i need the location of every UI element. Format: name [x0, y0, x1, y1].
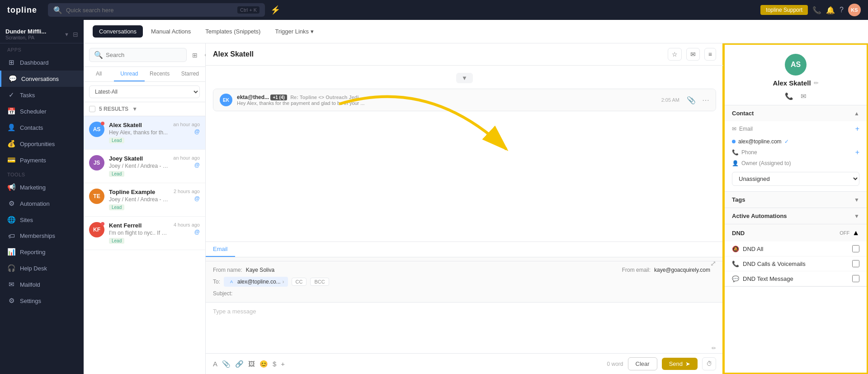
- to-expand-icon[interactable]: ›: [283, 279, 284, 285]
- tab-templates[interactable]: Templates (Snippets): [199, 25, 267, 38]
- email-field-header: ✉ Email +: [732, 125, 859, 133]
- dnd-sms-icon: 💬: [732, 275, 739, 282]
- email-more-icon[interactable]: ⋯: [702, 96, 709, 104]
- sidebar-item-scheduler[interactable]: 📅 Scheduler: [0, 103, 84, 119]
- link-button[interactable]: 🔗: [235, 360, 244, 368]
- sidebar-item-contacts[interactable]: 👤 Contacts: [0, 119, 84, 136]
- sidebar-item-settings[interactable]: ⚙ Settings: [0, 293, 84, 309]
- sidebar-item-label: Settings: [20, 298, 41, 304]
- conv-preview: Joey / Kent / Andrea - D...: [109, 163, 169, 169]
- sidebar-item-conversations[interactable]: 💬 Conversations: [0, 71, 84, 87]
- contact-phone-button[interactable]: 📞: [785, 92, 793, 100]
- dnd-all-checkbox[interactable]: [852, 245, 859, 252]
- lightning-icon[interactable]: ⚡: [270, 5, 280, 15]
- thread-expand[interactable]: ▼: [213, 73, 716, 83]
- pencil-icon[interactable]: ✏: [712, 345, 716, 351]
- sidebar-item-marketing[interactable]: 📢 Marketing: [0, 179, 84, 195]
- owner-select[interactable]: Unassigned Kaye Soliva John Doe: [732, 172, 859, 186]
- bcc-button[interactable]: BCC: [310, 278, 329, 286]
- avatar-kent: KF: [89, 222, 104, 237]
- support-button[interactable]: topline Support: [760, 5, 808, 15]
- phone-icon[interactable]: 📞: [812, 6, 821, 14]
- filter-icon[interactable]: ⊞: [190, 50, 199, 61]
- add-email-button[interactable]: +: [855, 125, 859, 133]
- tags-section-header[interactable]: Tags ▼: [725, 192, 867, 208]
- contact-edit-icon[interactable]: ✏: [814, 80, 819, 86]
- tab-manual-actions[interactable]: Manual Actions: [145, 25, 197, 38]
- contacts-icon: 👤: [7, 123, 15, 132]
- conv-item-joey[interactable]: JS Joey Skatell Joey / Kent / Andrea - D…: [84, 150, 205, 183]
- sites-icon: 🌐: [7, 216, 15, 224]
- conv-item-kent[interactable]: KF Kent Ferrell I'm on flight to nyc.. I…: [84, 217, 205, 250]
- tab-unread[interactable]: Unread: [114, 67, 144, 81]
- add-button[interactable]: +: [281, 360, 285, 368]
- format-bold-button[interactable]: A: [213, 360, 217, 368]
- sidebar-item-opportunities[interactable]: 💰 Opportunities: [0, 136, 84, 152]
- sidebar-item-mailfold[interactable]: ✉ Mailfold: [0, 276, 84, 293]
- workspace-selector[interactable]: Dunder Miffli... Scranton, PA ▼ ⊟: [0, 25, 84, 43]
- sidebar-item-payments[interactable]: 💳 Payments: [0, 152, 84, 168]
- emoji-button[interactable]: 😊: [259, 360, 268, 368]
- timer-button[interactable]: ⏱: [702, 357, 716, 370]
- tab-trigger-links[interactable]: Trigger Links ▾: [269, 25, 320, 38]
- email-action-button[interactable]: ✉: [686, 48, 700, 61]
- dnd-calls-checkbox[interactable]: [852, 260, 859, 267]
- workspace-sub: Scranton, PA: [5, 35, 61, 40]
- workspace-dropdown-icon[interactable]: ▼: [64, 32, 69, 37]
- add-phone-button[interactable]: +: [855, 148, 859, 156]
- contact-email-button[interactable]: ✉: [801, 92, 807, 100]
- tab-starred[interactable]: Starred: [175, 67, 205, 81]
- conv-search-input[interactable]: [106, 52, 182, 58]
- top-navigation: topline 🔍 Ctrl + K ⚡ topline Support 📞 🔔…: [0, 0, 868, 20]
- dnd-sms-checkbox[interactable]: [852, 275, 859, 282]
- dnd-section-header[interactable]: DND OFF ▲: [725, 224, 867, 241]
- tab-all[interactable]: All: [84, 67, 114, 81]
- attach-button[interactable]: 📎: [222, 360, 231, 368]
- sidebar-item-reporting[interactable]: 📊 Reporting: [0, 244, 84, 260]
- email-count-badge: +1 (4): [270, 95, 287, 100]
- compose-body[interactable]: Type a message: [206, 303, 723, 343]
- subject-input[interactable]: [236, 290, 716, 297]
- send-button[interactable]: Send ➤: [662, 358, 698, 370]
- sort-select[interactable]: Latest-All: [89, 85, 200, 98]
- tab-recents[interactable]: Recents: [145, 67, 175, 81]
- conversation-area: 🔍 ⊞ ✏ All Unread Recents Starred Latest-…: [84, 43, 868, 374]
- sidebar-item-memberships[interactable]: 🏷 Memberships: [0, 228, 84, 244]
- sidebar-item-automation[interactable]: ⚙ Automation: [0, 195, 84, 212]
- contact-section-header[interactable]: Contact ▲: [725, 105, 867, 121]
- sidebar-item-dashboard[interactable]: ⊞ Dashboard: [0, 54, 84, 71]
- select-all-checkbox[interactable]: [89, 106, 95, 112]
- bell-icon[interactable]: 🔔: [826, 6, 835, 14]
- cc-button[interactable]: CC: [292, 278, 307, 286]
- expand-thread-button[interactable]: ▼: [456, 73, 473, 83]
- conv-item-topline[interactable]: TE Topline Example Joey / Kent / Andrea …: [84, 183, 205, 217]
- image-button[interactable]: 🖼: [248, 360, 255, 368]
- compose-tab-email[interactable]: Email: [206, 242, 235, 257]
- filter-results-icon[interactable]: ▼: [132, 106, 137, 112]
- dnd-calls-label: 📞 DND Calls & Voicemails: [732, 260, 806, 267]
- conv-list-header: 🔍 ⊞ ✏: [84, 43, 205, 67]
- sidebar-item-helpdesk[interactable]: 🎧 Help Desk: [0, 260, 84, 276]
- dashboard-icon: ⊞: [7, 58, 15, 66]
- conv-search-bar[interactable]: 🔍: [89, 48, 187, 62]
- sidebar-expand-icon[interactable]: ⊟: [73, 31, 78, 38]
- sidebar-item-tasks[interactable]: ✓ Tasks: [0, 87, 84, 103]
- more-menu-button[interactable]: ≡: [704, 48, 716, 61]
- help-icon[interactable]: ?: [840, 6, 844, 14]
- conv-panel-name: Alex Skatell: [213, 50, 663, 58]
- sidebar-item-sites[interactable]: 🌐 Sites: [0, 212, 84, 228]
- clear-button[interactable]: Clear: [628, 357, 657, 370]
- compose-expand-icon[interactable]: ⤢: [710, 259, 716, 268]
- conv-time: 4 hours ago: [174, 222, 200, 227]
- global-search-bar[interactable]: 🔍 Ctrl + K: [48, 3, 265, 17]
- user-avatar[interactable]: KS: [848, 4, 861, 16]
- global-search-input[interactable]: [66, 7, 234, 14]
- dollar-button[interactable]: $: [273, 360, 276, 368]
- sidebar-item-label: Marketing: [20, 184, 46, 191]
- email-item-header[interactable]: EK ekta@thed... +1 (4) Re: Topline <> Ou…: [213, 89, 716, 111]
- email-sender-avatar: EK: [220, 94, 232, 106]
- automations-section-header[interactable]: Active Automations ▼: [725, 208, 867, 224]
- star-button[interactable]: ☆: [668, 48, 682, 61]
- conv-item-alex[interactable]: AS Alex Skatell Hey Alex, thanks for th.…: [84, 116, 205, 150]
- tab-conversations[interactable]: Conversations: [93, 25, 143, 38]
